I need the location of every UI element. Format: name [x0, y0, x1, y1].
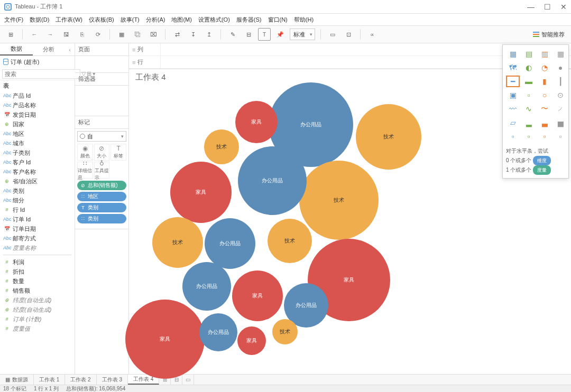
save-button[interactable]: 🖫 [60, 28, 72, 41]
field-item[interactable]: Abc子类别 [0, 148, 75, 157]
field-item[interactable]: ⊕经度(自动生成) [0, 305, 75, 314]
showme-thumb[interactable]: ▮ [538, 76, 551, 87]
new-story-button[interactable]: ▭ [182, 375, 194, 385]
marks-tooltip-button[interactable]: ♁工具提示 [94, 162, 110, 179]
menu-item[interactable]: 服务器(S) [236, 16, 262, 24]
showme-thumb[interactable]: ▦ [554, 48, 567, 60]
field-item[interactable]: 📅订单日期 [0, 224, 75, 234]
field-item[interactable]: ⊕省/自治区 [0, 176, 75, 186]
bubble-mark[interactable]: 家具 [232, 270, 283, 321]
field-item[interactable]: Abc产品 Id [0, 91, 75, 100]
marks-size-button[interactable]: ⊘大小 [94, 144, 110, 161]
bubble-mark[interactable]: 家具 [125, 300, 205, 379]
showme-thumb[interactable]: 🗺 [506, 62, 520, 73]
field-item[interactable]: #数量 [0, 276, 75, 286]
mark-pill[interactable]: ∷类别 [77, 214, 126, 223]
minimize-button[interactable]: — [527, 3, 535, 11]
label-button[interactable]: T [258, 28, 271, 41]
field-item[interactable]: Abc客户 Id [0, 157, 75, 167]
field-item[interactable]: #订单 (计数) [0, 314, 75, 324]
menu-item[interactable]: 帮助(H) [294, 16, 314, 24]
menu-item[interactable]: 分析(A) [146, 16, 165, 24]
menu-item[interactable]: 故事(T) [121, 16, 140, 24]
showme-thumb[interactable]: ● [554, 62, 567, 73]
bubble-mark[interactable]: 办公用品 [238, 146, 307, 215]
sort-desc-button[interactable]: ↥ [202, 28, 215, 41]
share-button[interactable]: ∝ [366, 28, 379, 41]
showme-thumb[interactable]: ▱ [506, 117, 520, 128]
bubble-mark[interactable]: 办公用品 [205, 218, 255, 269]
showme-thumb[interactable]: ▫ [522, 89, 536, 101]
search-input[interactable] [2, 69, 80, 79]
field-item[interactable]: Abc细分 [0, 195, 75, 205]
bubble-mark[interactable]: 技术 [268, 219, 312, 263]
showme-thumb[interactable]: ▦ [506, 48, 520, 60]
showme-thumb[interactable]: ▃ [538, 117, 551, 128]
sheet-tab[interactable]: 工作表 2 [65, 375, 96, 385]
pin-button[interactable]: 📌 [274, 28, 287, 41]
showme-thumb[interactable]: ⊙ [554, 89, 567, 101]
showme-thumb[interactable]: ▣ [506, 89, 520, 101]
menu-item[interactable]: 窗口(N) [268, 16, 288, 24]
field-item[interactable]: Abc邮寄方式 [0, 234, 75, 243]
mark-pill[interactable]: ∷地区 [77, 192, 126, 201]
bubble-mark[interactable]: 技术 [204, 129, 239, 164]
refresh-button[interactable]: ⟳ [91, 28, 104, 41]
menu-item[interactable]: 数据(D) [30, 16, 49, 24]
presentation-button[interactable]: ⊡ [342, 28, 355, 41]
mark-type-selector[interactable]: 自 [77, 131, 126, 142]
data-tab[interactable]: 数据 [0, 43, 33, 55]
sort-asc-button[interactable]: ↧ [187, 28, 199, 41]
marks-color-button[interactable]: ◉颜色 [77, 144, 93, 161]
showme-thumb[interactable]: ▫ [522, 130, 536, 142]
menu-item[interactable]: 仪表板(B) [89, 16, 114, 24]
showme-thumb[interactable]: ⟋ [554, 103, 567, 115]
datasource-row[interactable]: 订单 (超市) [0, 56, 75, 68]
field-item[interactable]: Abc度量名称 [0, 243, 75, 253]
show-cards-button[interactable]: ▭ [326, 28, 339, 41]
showme-thumb[interactable]: ┃ [554, 76, 567, 87]
bubble-mark[interactable]: 家具 [237, 326, 266, 355]
field-item[interactable]: Abc地区 [0, 129, 75, 138]
showme-thumb[interactable]: ∿ [522, 103, 536, 115]
showme-thumb[interactable]: ▂ [522, 117, 536, 128]
showme-thumb[interactable]: ▥ [538, 48, 551, 60]
showme-thumb[interactable]: ▤ [522, 48, 536, 60]
showme-thumb[interactable]: ▅ [554, 117, 567, 128]
fit-selector[interactable]: 标准 [290, 29, 315, 40]
marks-label-button[interactable]: T标签 [110, 144, 126, 161]
menu-item[interactable]: 设置格式(O) [198, 16, 230, 24]
showme-thumb[interactable]: ▫ [506, 130, 520, 142]
bubble-mark[interactable]: 技术 [299, 161, 379, 240]
duplicate-button[interactable]: ⿻ [131, 28, 144, 41]
field-item[interactable]: Abc城市 [0, 138, 75, 148]
show-me-button[interactable]: 智能推荐 [533, 31, 565, 39]
showme-thumb[interactable]: 〜 [538, 103, 551, 115]
close-button[interactable]: ✕ [560, 3, 567, 11]
new-datasource-button[interactable]: ⎘ [76, 28, 88, 41]
showme-thumb[interactable]: ◔ [538, 62, 551, 73]
field-item[interactable]: #折扣 [0, 267, 75, 276]
menu-item[interactable]: 工作表(W) [56, 16, 82, 24]
sheet-tab[interactable]: 工作表 3 [97, 375, 128, 385]
field-item[interactable]: Abc订单 Id [0, 214, 75, 224]
menu-item[interactable]: 文件(F) [4, 16, 23, 24]
showme-thumb[interactable]: ▫ [538, 130, 551, 142]
bubble-mark[interactable]: 办公用品 [199, 313, 237, 351]
mark-pill[interactable]: ⊘总和(销售额) [77, 181, 126, 190]
group-button[interactable]: ⊟ [242, 28, 255, 41]
back-button[interactable]: ← [28, 28, 41, 41]
field-item[interactable]: 📅发货日期 [0, 110, 75, 119]
clear-button[interactable]: ⌧ [147, 28, 160, 41]
marks-detail-button[interactable]: ∷详细信息 [77, 162, 93, 179]
filters-shelf[interactable] [75, 86, 128, 116]
field-item[interactable]: #销售额 [0, 286, 75, 295]
field-item[interactable]: #利润 [0, 257, 75, 267]
showme-thumb[interactable]: ▫ [554, 130, 567, 142]
mark-pill[interactable]: T类别 [77, 203, 126, 212]
tableau-icon[interactable]: ⊞ [4, 28, 17, 41]
analytics-tab[interactable]: 分析 [33, 43, 66, 55]
highlight-button[interactable]: ✎ [226, 28, 239, 41]
maximize-button[interactable]: ☐ [544, 3, 551, 11]
new-sheet-button[interactable]: ▦ [115, 28, 128, 41]
